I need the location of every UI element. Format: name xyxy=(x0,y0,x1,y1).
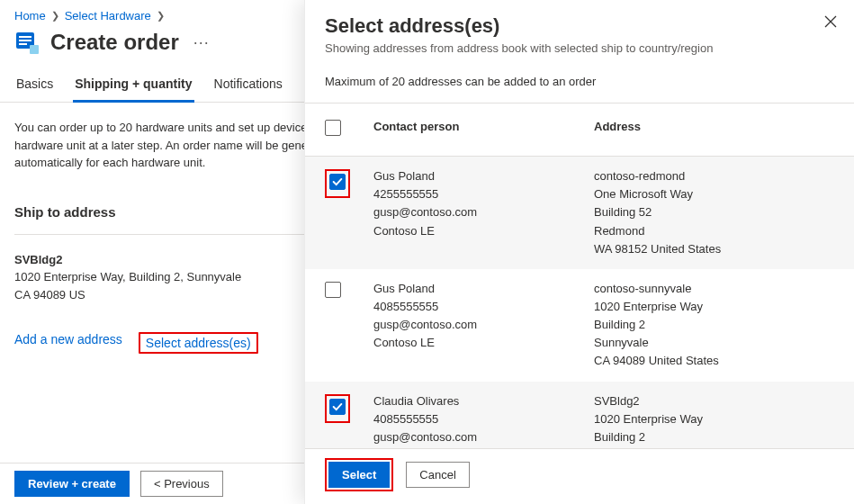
addr-line: Redmond xyxy=(594,222,834,240)
row-checkbox[interactable] xyxy=(325,282,341,298)
table-row: Gus Poland 4085555555 gusp@contoso.com C… xyxy=(305,269,854,382)
address-cell: contoso-redmond One Microsoft Way Buildi… xyxy=(594,167,834,258)
address-cell: contoso-sunnyvale 1020 Enterprise Way Bu… xyxy=(594,280,834,371)
addr-line: contoso-redmond xyxy=(594,167,834,185)
panel-title: Select address(es) xyxy=(325,14,834,38)
addr-line: Building 52 xyxy=(594,203,834,221)
address-table: Contact person Address Gus Poland 425555… xyxy=(305,103,854,448)
table-row: Gus Poland 4255555555 gusp@contoso.com C… xyxy=(305,157,854,269)
chevron-right-icon: ❯ xyxy=(157,10,165,22)
tab-basics[interactable]: Basics xyxy=(14,71,55,102)
col-header-contact: Contact person xyxy=(373,118,594,136)
addr-line: CA 94089 United States xyxy=(594,352,834,370)
panel-footer: Select Cancel xyxy=(305,448,854,504)
addr-line: One Microsoft Way xyxy=(594,185,834,203)
svg-rect-4 xyxy=(30,45,39,54)
order-icon xyxy=(14,30,40,55)
addr-line: 1020 Enterprise Way xyxy=(594,410,834,428)
close-icon[interactable] xyxy=(823,14,840,31)
addr-line: 1020 Enterprise Way xyxy=(594,298,834,316)
contact-phone: 4255555555 xyxy=(373,185,594,203)
addr-line: Building 2 xyxy=(594,316,834,334)
addr-line: Building 2 xyxy=(594,428,834,446)
contact-email: gusp@contoso.com xyxy=(373,203,594,221)
address-cell: SVBldg2 1020 Enterprise Way Building 2 S… xyxy=(594,392,834,448)
more-icon[interactable]: ··· xyxy=(190,33,210,52)
page-title: Create order xyxy=(50,30,179,55)
table-row: Claudia Olivares 4085555555 gusp@contoso… xyxy=(305,382,854,448)
add-new-address-link[interactable]: Add a new address xyxy=(14,332,122,354)
highlight-select-button: Select xyxy=(325,458,393,491)
contact-name: Gus Poland xyxy=(373,167,594,185)
select-addresses-panel: Select address(es) Showing addresses fro… xyxy=(304,0,854,504)
panel-subtitle: Showing addresses from address book with… xyxy=(325,41,834,55)
row-checkbox[interactable] xyxy=(329,174,346,190)
contact-cell: Gus Poland 4085555555 gusp@contoso.com C… xyxy=(373,280,594,353)
select-button[interactable]: Select xyxy=(328,462,390,488)
tab-notifications[interactable]: Notifications xyxy=(212,71,284,102)
previous-button[interactable]: < Previous xyxy=(140,471,223,497)
contact-name: Claudia Olivares xyxy=(373,392,594,410)
row-checkbox[interactable] xyxy=(329,399,346,415)
cancel-button[interactable]: Cancel xyxy=(406,462,469,488)
select-addresses-link[interactable]: Select address(es) xyxy=(146,336,251,350)
contact-name: Gus Poland xyxy=(373,280,594,298)
review-create-button[interactable]: Review + create xyxy=(14,471,130,497)
addr-line: Sunnyvale xyxy=(594,334,834,352)
contact-cell: Claudia Olivares 4085555555 gusp@contoso… xyxy=(373,392,594,448)
contact-org: Contoso LE xyxy=(373,334,594,352)
contact-org: Contoso LE xyxy=(373,222,594,240)
addr-line: WA 98152 United States xyxy=(594,240,834,258)
breadcrumb-home[interactable]: Home xyxy=(14,9,46,22)
highlight-checkbox-row0 xyxy=(325,169,350,198)
table-header: Contact person Address xyxy=(305,103,854,157)
panel-header: Select address(es) Showing addresses fro… xyxy=(305,0,854,64)
col-header-address: Address xyxy=(594,118,834,136)
svg-rect-3 xyxy=(19,43,27,45)
tab-shipping-quantity[interactable]: Shipping + quantity xyxy=(73,71,193,103)
addr-line: contoso-sunnyvale xyxy=(594,280,834,298)
select-all-checkbox[interactable] xyxy=(325,120,341,136)
contact-cell: Gus Poland 4255555555 gusp@contoso.com C… xyxy=(373,167,594,240)
contact-email: gusp@contoso.com xyxy=(373,316,594,334)
contact-phone: 4085555555 xyxy=(373,298,594,316)
contact-email: gusp@contoso.com xyxy=(373,428,594,446)
breadcrumb-select-hardware[interactable]: Select Hardware xyxy=(65,9,151,22)
svg-rect-1 xyxy=(19,36,31,38)
highlight-select-addresses: Select address(es) xyxy=(139,332,258,354)
panel-note: Maximum of 20 addresses can be added to … xyxy=(305,64,854,103)
addr-line: SVBldg2 xyxy=(594,392,834,410)
highlight-checkbox-row2 xyxy=(325,394,350,423)
svg-rect-2 xyxy=(19,40,31,41)
contact-phone: 4085555555 xyxy=(373,410,594,428)
chevron-right-icon: ❯ xyxy=(51,10,59,22)
